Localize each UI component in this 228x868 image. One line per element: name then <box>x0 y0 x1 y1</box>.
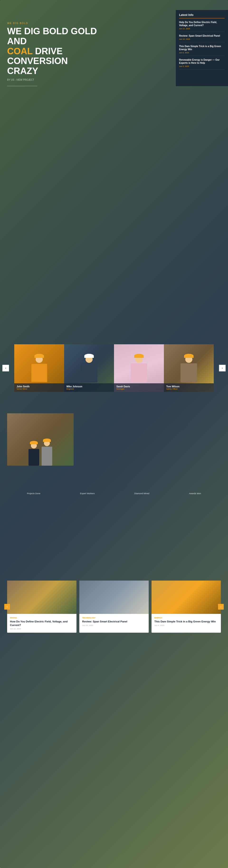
news-img-3-bg <box>152 581 221 614</box>
team-name-4: Tom Wilson <box>166 385 212 388</box>
team-worker-1 <box>31 356 47 382</box>
team-member-4: Tom Wilson Safety Officer <box>164 344 214 392</box>
team-member-3: Sarah Davis Geologist <box>114 344 164 392</box>
news-img-2 <box>79 581 149 614</box>
team-role-1: Senior Miner <box>16 388 62 390</box>
hero-content: WE DIG BOLD We dig bold gold and coal dr… <box>0 10 125 86</box>
news-card-1[interactable]: MINING How Do You Define Electric Field,… <box>7 581 76 633</box>
hero-title-gold: coal <box>7 46 33 56</box>
latest-item-1-title: Help Do You Define Electric Field, Volta… <box>179 21 225 27</box>
stat-label-4: Awards Won <box>189 492 201 495</box>
team-info-1: John Smith Senior Miner <box>14 383 64 392</box>
team-info-4: Tom Wilson Safety Officer <box>164 383 214 392</box>
news-body-3: ENERGY This Dam Simple Trick in a Big Gr… <box>152 614 221 629</box>
news-img-1-bg <box>7 581 76 614</box>
news-img-3 <box>152 581 221 614</box>
latest-item-1-date: Jun 12, 2023 <box>179 28 225 30</box>
stat-label-3: Diamond Mined <box>135 492 149 495</box>
latest-item-3-date: Jun 8, 2023 <box>179 52 225 54</box>
team-name-2: Mike Johnson <box>67 385 112 388</box>
hero-title: We dig bold gold and coal drive conversi… <box>7 26 118 76</box>
news-card-title-1: How Do You Define Electric Field, Voltag… <box>10 620 74 627</box>
hero-title-line1: We dig bold gold and <box>7 26 97 46</box>
hero-tag: WE DIG BOLD <box>7 22 118 25</box>
team-name-1: John Smith <box>16 385 62 388</box>
news-cat-3: ENERGY <box>154 617 218 619</box>
latest-item-2[interactable]: Review: Span Smart Electrical Panel Jun … <box>179 34 225 42</box>
hero-section: WE DIG BOLD We dig bold gold and coal dr… <box>0 10 228 86</box>
company-worker-2 <box>42 440 52 466</box>
news-card-3[interactable]: ENERGY This Dam Simple Trick in a Big Gr… <box>152 581 221 633</box>
team-worker-2 <box>81 356 98 382</box>
team-role-2: Engineer <box>67 388 112 390</box>
news-card-title-3: This Dam Simple Trick in a Big Green Ene… <box>154 620 218 623</box>
latest-item-4-date: Jun 5, 2023 <box>179 65 225 67</box>
tech-secondary-image <box>154 292 221 321</box>
news-img-1 <box>7 581 76 614</box>
latest-info-panel: Latest Info Help Do You Define Electric … <box>176 10 228 86</box>
company-workers <box>29 440 52 466</box>
latest-item-3-title: This Dam Simple Trick is a Big Green Ene… <box>179 45 225 51</box>
latest-item-3[interactable]: This Dam Simple Trick is a Big Green Ene… <box>179 45 225 56</box>
news-next-button[interactable]: › <box>218 604 224 610</box>
latest-item-1[interactable]: Help Do You Define Electric Field, Volta… <box>179 21 225 32</box>
latest-title: Latest Info <box>179 13 225 18</box>
stat-label-2: Expert Workers <box>80 492 95 495</box>
news-date-3: Jun 8, 2023 <box>154 624 218 626</box>
team-prev-button[interactable]: ‹ <box>2 365 9 371</box>
team-role-4: Safety Officer <box>166 388 212 390</box>
latest-item-4[interactable]: Renewable Energy is Danger — Our Experts… <box>179 58 225 69</box>
news-date-1: Jun 12, 2023 <box>10 628 74 630</box>
team-slider: John Smith Senior Miner Mike Johnson Eng… <box>7 344 221 392</box>
news-slider-wrapper: ‹ MINING How Do You Define Electric Fiel… <box>7 581 221 633</box>
latest-item-4-title: Renewable Energy is Danger — Our Experts… <box>179 58 225 64</box>
news-date-2: Jun 10, 2023 <box>82 624 146 626</box>
latest-item-2-title: Review: Span Smart Electrical Panel <box>179 34 225 37</box>
company-worker-1 <box>29 442 39 466</box>
tech-images <box>154 247 221 321</box>
team-info-2: Mike Johnson Engineer <box>64 383 114 392</box>
hero-sub: BY US - VIEW PROJECT <box>7 79 118 81</box>
team-next-button[interactable]: › <box>219 365 226 371</box>
team-slider-wrapper: ‹ John Smith Senior Miner <box>0 344 228 392</box>
team-role-3: Geologist <box>116 388 161 390</box>
team-member-1: John Smith Senior Miner <box>14 344 64 392</box>
news-img-2-bg <box>79 581 149 614</box>
hero-cta-button[interactable]: VIEW PROJECT <box>7 86 37 86</box>
team-worker-4 <box>181 356 197 382</box>
company-image <box>7 413 74 466</box>
stat-label-1: Projects Done <box>27 492 40 495</box>
team-worker-3 <box>130 356 147 382</box>
news-cat-1: MINING <box>10 617 74 619</box>
team-member-2: Mike Johnson Engineer <box>64 344 114 392</box>
tech-section: TECHNOLOGY Modern Mining Technology for … <box>0 240 228 328</box>
team-info-3: Sarah Davis Geologist <box>114 383 164 392</box>
latest-item-2-date: Jun 10, 2023 <box>179 38 225 40</box>
news-card-title-2: Review: Span Smart Electrical Panel <box>82 620 146 623</box>
news-prev-button[interactable]: ‹ <box>4 604 10 610</box>
news-card-2[interactable]: TECHNOLOGY Review: Span Smart Electrical… <box>79 581 149 633</box>
news-body-2: TECHNOLOGY Review: Span Smart Electrical… <box>79 614 149 629</box>
hero-title-line4: crazy <box>7 66 38 76</box>
news-cat-2: TECHNOLOGY <box>82 617 146 619</box>
news-body-1: MINING How Do You Define Electric Field,… <box>7 614 76 633</box>
team-name-3: Sarah Davis <box>116 385 161 388</box>
news-grid: MINING How Do You Define Electric Field,… <box>7 581 221 633</box>
